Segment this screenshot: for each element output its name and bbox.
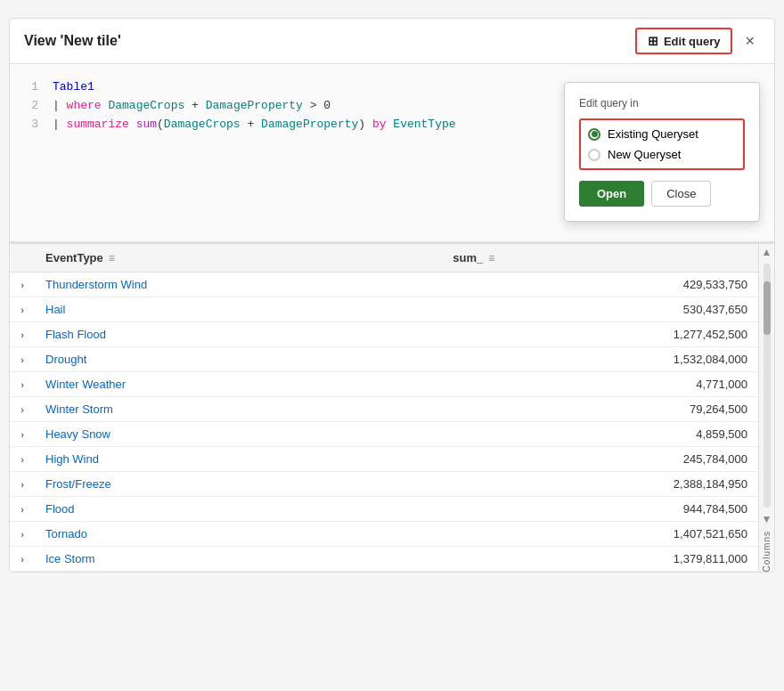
sum-cell: 1,379,811,000 <box>442 547 758 572</box>
event-type-cell: Winter Storm <box>35 397 442 422</box>
sum-cell: 79,264,500 <box>442 397 758 422</box>
sum-cell: 530,437,650 <box>442 297 758 322</box>
table-row: ›Thunderstorm Wind429,533,750 <box>10 272 758 297</box>
expand-cell[interactable]: › <box>10 422 35 447</box>
table-header-row: EventType ≡ sum_ ≡ <box>10 244 758 272</box>
table-row: ›Ice Storm1,379,811,000 <box>10 547 758 572</box>
event-type-cell: Flood <box>35 497 442 522</box>
edit-query-label: Edit query <box>664 35 721 48</box>
event-type-cell: Drought <box>35 347 442 372</box>
popup-options: Existing Queryset New Queryset <box>579 118 745 170</box>
expand-cell[interactable]: › <box>10 297 35 322</box>
sum-cell: 245,784,000 <box>442 447 758 472</box>
page-title: View 'New tile' <box>24 33 121 49</box>
event-type-sort-icon[interactable]: ≡ <box>109 252 115 264</box>
event-type-label: EventType <box>45 251 103 264</box>
event-type-cell: Tornado <box>35 522 442 547</box>
table-row: ›Drought1,532,084,000 <box>10 347 758 372</box>
new-queryset-option[interactable]: New Queryset <box>588 148 736 161</box>
sum-cell: 4,771,000 <box>442 372 758 397</box>
expand-cell[interactable]: › <box>10 372 35 397</box>
col-sum: sum_ ≡ <box>442 244 758 272</box>
expand-cell[interactable]: › <box>10 497 35 522</box>
event-type-cell: Ice Storm <box>35 547 442 572</box>
expand-cell[interactable]: › <box>10 522 35 547</box>
event-type-cell: Flash Flood <box>35 322 442 347</box>
event-type-cell: Heavy Snow <box>35 422 442 447</box>
expand-cell[interactable]: › <box>10 322 35 347</box>
popup-buttons: Open Close <box>579 181 745 207</box>
expand-cell[interactable]: › <box>10 447 35 472</box>
sum-cell: 1,532,084,000 <box>442 347 758 372</box>
scrollbar-track <box>764 264 771 508</box>
edit-query-icon: ⊞ <box>648 34 658 48</box>
existing-queryset-radio[interactable] <box>588 128 600 141</box>
data-table: EventType ≡ sum_ ≡ <box>10 244 758 572</box>
new-queryset-radio[interactable] <box>588 149 600 161</box>
scroll-down-arrow[interactable]: ▼ <box>760 511 774 527</box>
sum-label: sum_ <box>453 251 483 264</box>
col-event-type: EventType ≡ <box>35 244 442 272</box>
expand-cell[interactable]: › <box>10 472 35 497</box>
main-container: View 'New tile' ⊞ Edit query × 1 Table1 … <box>9 18 775 573</box>
expand-cell[interactable]: › <box>10 347 35 372</box>
sum-cell: 1,407,521,650 <box>442 522 758 547</box>
close-button[interactable]: × <box>739 30 760 53</box>
event-type-cell: Winter Weather <box>35 372 442 397</box>
table-row: ›Flash Flood1,277,452,500 <box>10 322 758 347</box>
open-button[interactable]: Open <box>579 181 644 207</box>
existing-queryset-option[interactable]: Existing Queryset <box>588 127 736 141</box>
event-type-cell: Frost/Freeze <box>35 472 442 497</box>
event-type-cell: High Wind <box>35 447 442 472</box>
col-expand <box>10 244 35 272</box>
sum-cell: 1,277,452,500 <box>442 322 758 347</box>
existing-queryset-label: Existing Queryset <box>608 127 698 141</box>
sum-cell: 4,859,500 <box>442 422 758 447</box>
sum-cell: 944,784,500 <box>442 497 758 522</box>
scrollbar-thumb[interactable] <box>764 281 771 335</box>
edit-query-popup: Edit query in Existing Queryset New Quer… <box>564 82 760 222</box>
expand-cell[interactable]: › <box>10 397 35 422</box>
expand-cell[interactable]: › <box>10 547 35 572</box>
new-queryset-label: New Queryset <box>608 148 681 161</box>
header: View 'New tile' ⊞ Edit query × <box>10 19 774 64</box>
table-wrapper: EventType ≡ sum_ ≡ <box>10 244 774 572</box>
header-right: ⊞ Edit query × <box>635 28 760 54</box>
code-area: 1 Table1 2 | where DamageCrops + DamageP… <box>10 64 774 242</box>
sum-sort-icon[interactable]: ≡ <box>488 252 494 264</box>
scroll-up-arrow[interactable]: ▲ <box>760 244 774 260</box>
table-row: ›Hail530,437,650 <box>10 297 758 322</box>
table-row: ›Flood944,784,500 <box>10 497 758 522</box>
sum-cell: 2,388,184,950 <box>442 472 758 497</box>
table-row: ›Tornado1,407,521,650 <box>10 522 758 547</box>
table-row: ›High Wind245,784,000 <box>10 447 758 472</box>
columns-label: Columns <box>762 531 772 572</box>
scroll-panel: ▲ ▼ Columns <box>758 244 774 572</box>
table-area: EventType ≡ sum_ ≡ <box>10 242 774 572</box>
table-row: ›Heavy Snow4,859,500 <box>10 422 758 447</box>
expand-cell[interactable]: › <box>10 272 35 297</box>
edit-query-button[interactable]: ⊞ Edit query <box>635 28 733 54</box>
event-type-cell: Hail <box>35 297 442 322</box>
table-row: ›Frost/Freeze2,388,184,950 <box>10 472 758 497</box>
event-type-cell: Thunderstorm Wind <box>35 272 442 297</box>
table-row: ›Winter Storm79,264,500 <box>10 397 758 422</box>
popup-label: Edit query in <box>579 97 745 110</box>
table-row: ›Winter Weather4,771,000 <box>10 372 758 397</box>
popup-close-button[interactable]: Close <box>651 181 711 207</box>
table-body: ›Thunderstorm Wind429,533,750›Hail530,43… <box>10 272 758 572</box>
sum-cell: 429,533,750 <box>442 272 758 297</box>
